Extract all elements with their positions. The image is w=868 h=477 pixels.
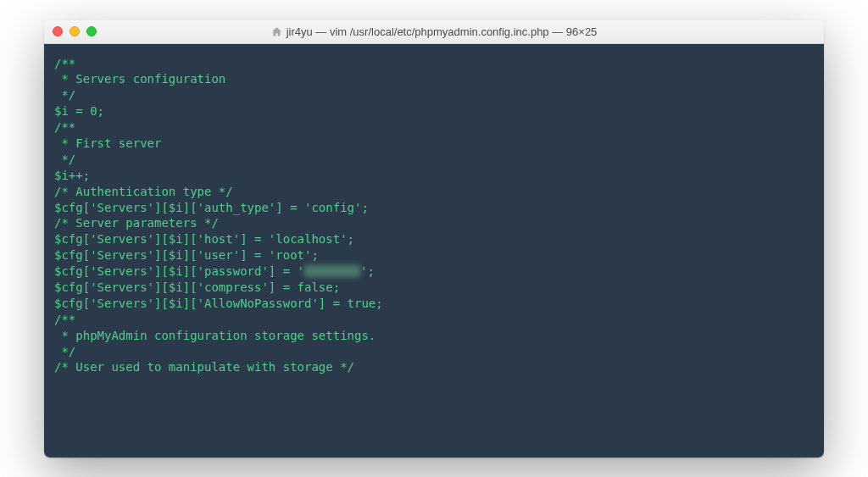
close-button[interactable] xyxy=(53,26,63,36)
terminal-line: $cfg['Servers'][$i]['compress'] = false; xyxy=(54,280,814,296)
terminal-line: * Servers configuration xyxy=(54,71,814,87)
terminal-line: */ xyxy=(54,152,814,168)
terminal-line: $cfg['Servers'][$i]['auth_type'] = 'conf… xyxy=(54,200,814,216)
window-title-text: jir4yu — vim /usr/local/etc/phpmyadmin.c… xyxy=(287,25,598,38)
terminal-line: $cfg['Servers'][$i]['host'] = 'localhost… xyxy=(54,231,814,247)
home-icon xyxy=(271,26,282,37)
terminal-line: /** xyxy=(54,56,814,72)
terminal-line: /* Authentication type */ xyxy=(54,184,814,200)
redacted-password xyxy=(304,265,360,277)
terminal-line: $cfg['Servers'][$i]['password'] = ''; xyxy=(54,263,814,280)
window-title: jir4yu — vim /usr/local/etc/phpmyadmin.c… xyxy=(53,25,815,38)
maximize-button[interactable] xyxy=(86,26,97,36)
terminal-line: $cfg['Servers'][$i]['user'] = 'root'; xyxy=(54,247,814,263)
terminal-window: jir4yu — vim /usr/local/etc/phpmyadmin.c… xyxy=(44,20,824,458)
traffic-lights xyxy=(53,26,97,36)
terminal-line: $i = 0; xyxy=(54,103,814,119)
terminal-line: /* User used to manipulate with storage … xyxy=(54,359,814,375)
minimize-button[interactable] xyxy=(70,26,80,36)
terminal-body[interactable]: /** * Servers configuration */$i = 0;/**… xyxy=(44,44,824,458)
terminal-line: $i++; xyxy=(54,168,814,184)
terminal-line: /* Server parameters */ xyxy=(54,215,814,231)
terminal-line: * First server xyxy=(54,136,814,152)
terminal-line: */ xyxy=(54,344,814,360)
terminal-line: /** xyxy=(54,119,814,136)
titlebar: jir4yu — vim /usr/local/etc/phpmyadmin.c… xyxy=(44,20,824,44)
terminal-line: */ xyxy=(54,87,814,103)
terminal-line: $cfg['Servers'][$i]['AllowNoPassword'] =… xyxy=(54,296,814,312)
terminal-line: /** xyxy=(54,312,814,328)
terminal-line: * phpMyAdmin configuration storage setti… xyxy=(54,328,814,344)
